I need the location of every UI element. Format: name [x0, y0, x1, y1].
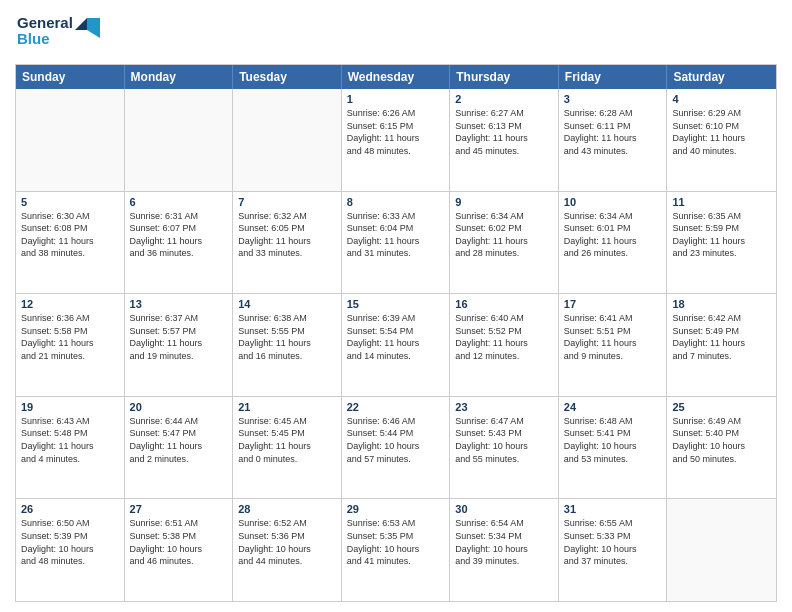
day-info: Sunrise: 6:43 AM Sunset: 5:48 PM Dayligh… — [21, 415, 119, 465]
day-cell-5: 5Sunrise: 6:30 AM Sunset: 6:08 PM Daylig… — [16, 192, 125, 294]
day-number: 5 — [21, 196, 119, 208]
day-number: 6 — [130, 196, 228, 208]
svg-marker-3 — [75, 18, 87, 30]
empty-cell-r4c6 — [667, 499, 776, 601]
day-number: 4 — [672, 93, 771, 105]
day-cell-24: 24Sunrise: 6:48 AM Sunset: 5:41 PM Dayli… — [559, 397, 668, 499]
empty-cell-r0c1 — [125, 89, 234, 191]
day-number: 3 — [564, 93, 662, 105]
day-info: Sunrise: 6:53 AM Sunset: 5:35 PM Dayligh… — [347, 517, 445, 567]
day-info: Sunrise: 6:45 AM Sunset: 5:45 PM Dayligh… — [238, 415, 336, 465]
day-number: 15 — [347, 298, 445, 310]
day-info: Sunrise: 6:39 AM Sunset: 5:54 PM Dayligh… — [347, 312, 445, 362]
day-info: Sunrise: 6:34 AM Sunset: 6:02 PM Dayligh… — [455, 210, 553, 260]
day-info: Sunrise: 6:44 AM Sunset: 5:47 PM Dayligh… — [130, 415, 228, 465]
day-cell-15: 15Sunrise: 6:39 AM Sunset: 5:54 PM Dayli… — [342, 294, 451, 396]
day-number: 13 — [130, 298, 228, 310]
day-number: 29 — [347, 503, 445, 515]
day-cell-21: 21Sunrise: 6:45 AM Sunset: 5:45 PM Dayli… — [233, 397, 342, 499]
day-cell-13: 13Sunrise: 6:37 AM Sunset: 5:57 PM Dayli… — [125, 294, 234, 396]
day-info: Sunrise: 6:49 AM Sunset: 5:40 PM Dayligh… — [672, 415, 771, 465]
svg-marker-2 — [87, 18, 100, 38]
calendar-row-2: 5Sunrise: 6:30 AM Sunset: 6:08 PM Daylig… — [16, 191, 776, 294]
day-number: 10 — [564, 196, 662, 208]
day-number: 16 — [455, 298, 553, 310]
header-day-thursday: Thursday — [450, 65, 559, 89]
day-info: Sunrise: 6:27 AM Sunset: 6:13 PM Dayligh… — [455, 107, 553, 157]
header: General Blue — [15, 10, 777, 56]
day-number: 26 — [21, 503, 119, 515]
day-number: 2 — [455, 93, 553, 105]
day-cell-25: 25Sunrise: 6:49 AM Sunset: 5:40 PM Dayli… — [667, 397, 776, 499]
day-number: 1 — [347, 93, 445, 105]
day-cell-10: 10Sunrise: 6:34 AM Sunset: 6:01 PM Dayli… — [559, 192, 668, 294]
day-cell-31: 31Sunrise: 6:55 AM Sunset: 5:33 PM Dayli… — [559, 499, 668, 601]
day-cell-9: 9Sunrise: 6:34 AM Sunset: 6:02 PM Daylig… — [450, 192, 559, 294]
day-info: Sunrise: 6:37 AM Sunset: 5:57 PM Dayligh… — [130, 312, 228, 362]
day-info: Sunrise: 6:29 AM Sunset: 6:10 PM Dayligh… — [672, 107, 771, 157]
day-cell-12: 12Sunrise: 6:36 AM Sunset: 5:58 PM Dayli… — [16, 294, 125, 396]
day-info: Sunrise: 6:30 AM Sunset: 6:08 PM Dayligh… — [21, 210, 119, 260]
day-number: 24 — [564, 401, 662, 413]
day-number: 8 — [347, 196, 445, 208]
day-number: 30 — [455, 503, 553, 515]
header-day-saturday: Saturday — [667, 65, 776, 89]
page-container: General Blue SundayMondayTuesdayWednesda… — [0, 0, 792, 612]
header-day-monday: Monday — [125, 65, 234, 89]
day-info: Sunrise: 6:31 AM Sunset: 6:07 PM Dayligh… — [130, 210, 228, 260]
day-info: Sunrise: 6:34 AM Sunset: 6:01 PM Dayligh… — [564, 210, 662, 260]
svg-text:Blue: Blue — [17, 30, 50, 47]
day-info: Sunrise: 6:52 AM Sunset: 5:36 PM Dayligh… — [238, 517, 336, 567]
day-cell-30: 30Sunrise: 6:54 AM Sunset: 5:34 PM Dayli… — [450, 499, 559, 601]
day-cell-17: 17Sunrise: 6:41 AM Sunset: 5:51 PM Dayli… — [559, 294, 668, 396]
calendar-header: SundayMondayTuesdayWednesdayThursdayFrid… — [16, 65, 776, 89]
empty-cell-r0c0 — [16, 89, 125, 191]
day-info: Sunrise: 6:48 AM Sunset: 5:41 PM Dayligh… — [564, 415, 662, 465]
day-number: 12 — [21, 298, 119, 310]
day-number: 22 — [347, 401, 445, 413]
day-info: Sunrise: 6:40 AM Sunset: 5:52 PM Dayligh… — [455, 312, 553, 362]
day-cell-14: 14Sunrise: 6:38 AM Sunset: 5:55 PM Dayli… — [233, 294, 342, 396]
day-info: Sunrise: 6:33 AM Sunset: 6:04 PM Dayligh… — [347, 210, 445, 260]
day-number: 19 — [21, 401, 119, 413]
day-number: 14 — [238, 298, 336, 310]
day-number: 17 — [564, 298, 662, 310]
calendar-row-4: 19Sunrise: 6:43 AM Sunset: 5:48 PM Dayli… — [16, 396, 776, 499]
day-info: Sunrise: 6:26 AM Sunset: 6:15 PM Dayligh… — [347, 107, 445, 157]
empty-cell-r0c2 — [233, 89, 342, 191]
day-number: 27 — [130, 503, 228, 515]
day-number: 23 — [455, 401, 553, 413]
calendar-row-5: 26Sunrise: 6:50 AM Sunset: 5:39 PM Dayli… — [16, 498, 776, 601]
calendar-body: 1Sunrise: 6:26 AM Sunset: 6:15 PM Daylig… — [16, 89, 776, 601]
day-cell-23: 23Sunrise: 6:47 AM Sunset: 5:43 PM Dayli… — [450, 397, 559, 499]
day-info: Sunrise: 6:55 AM Sunset: 5:33 PM Dayligh… — [564, 517, 662, 567]
day-cell-20: 20Sunrise: 6:44 AM Sunset: 5:47 PM Dayli… — [125, 397, 234, 499]
logo: General Blue — [15, 10, 105, 56]
day-cell-28: 28Sunrise: 6:52 AM Sunset: 5:36 PM Dayli… — [233, 499, 342, 601]
logo-svg: General Blue — [15, 10, 105, 52]
day-info: Sunrise: 6:54 AM Sunset: 5:34 PM Dayligh… — [455, 517, 553, 567]
day-info: Sunrise: 6:36 AM Sunset: 5:58 PM Dayligh… — [21, 312, 119, 362]
day-info: Sunrise: 6:51 AM Sunset: 5:38 PM Dayligh… — [130, 517, 228, 567]
day-cell-27: 27Sunrise: 6:51 AM Sunset: 5:38 PM Dayli… — [125, 499, 234, 601]
day-number: 31 — [564, 503, 662, 515]
day-cell-16: 16Sunrise: 6:40 AM Sunset: 5:52 PM Dayli… — [450, 294, 559, 396]
day-cell-1: 1Sunrise: 6:26 AM Sunset: 6:15 PM Daylig… — [342, 89, 451, 191]
header-day-tuesday: Tuesday — [233, 65, 342, 89]
header-day-wednesday: Wednesday — [342, 65, 451, 89]
day-cell-26: 26Sunrise: 6:50 AM Sunset: 5:39 PM Dayli… — [16, 499, 125, 601]
header-day-sunday: Sunday — [16, 65, 125, 89]
day-number: 18 — [672, 298, 771, 310]
day-cell-7: 7Sunrise: 6:32 AM Sunset: 6:05 PM Daylig… — [233, 192, 342, 294]
day-info: Sunrise: 6:28 AM Sunset: 6:11 PM Dayligh… — [564, 107, 662, 157]
day-cell-2: 2Sunrise: 6:27 AM Sunset: 6:13 PM Daylig… — [450, 89, 559, 191]
day-info: Sunrise: 6:46 AM Sunset: 5:44 PM Dayligh… — [347, 415, 445, 465]
day-cell-11: 11Sunrise: 6:35 AM Sunset: 5:59 PM Dayli… — [667, 192, 776, 294]
day-number: 11 — [672, 196, 771, 208]
day-info: Sunrise: 6:47 AM Sunset: 5:43 PM Dayligh… — [455, 415, 553, 465]
day-number: 20 — [130, 401, 228, 413]
day-cell-8: 8Sunrise: 6:33 AM Sunset: 6:04 PM Daylig… — [342, 192, 451, 294]
day-info: Sunrise: 6:42 AM Sunset: 5:49 PM Dayligh… — [672, 312, 771, 362]
day-info: Sunrise: 6:32 AM Sunset: 6:05 PM Dayligh… — [238, 210, 336, 260]
day-number: 9 — [455, 196, 553, 208]
